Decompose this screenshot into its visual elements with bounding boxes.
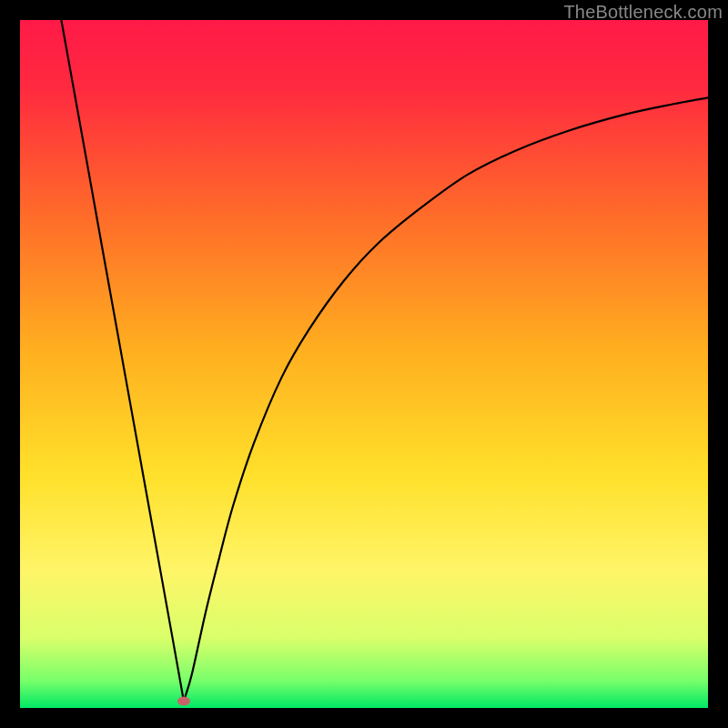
plot-frame bbox=[20, 20, 708, 708]
watermark-text: TheBottleneck.com bbox=[563, 2, 723, 23]
min-marker bbox=[177, 696, 190, 705]
bottleneck-chart bbox=[20, 20, 708, 708]
